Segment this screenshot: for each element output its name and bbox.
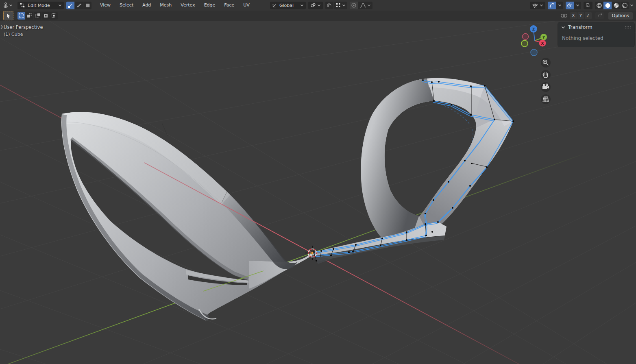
snap-target-icon: [335, 2, 341, 8]
xray-toggle-button[interactable]: [584, 2, 592, 9]
mirror-z-button[interactable]: Z: [585, 12, 592, 19]
xray-icon: [586, 2, 590, 8]
menu-mesh[interactable]: Mesh: [155, 1, 176, 9]
transform-panel-header[interactable]: Transform: [558, 22, 634, 32]
pivot-point-dropdown[interactable]: [308, 2, 323, 9]
chevron-down-icon: [561, 26, 565, 29]
menu-edge[interactable]: Edge: [200, 1, 220, 9]
y-axis-line: [8, 152, 590, 364]
menu-vertex[interactable]: Vertex: [176, 1, 199, 9]
material-shading-button[interactable]: [612, 2, 620, 9]
menu-select[interactable]: Select: [115, 1, 138, 9]
options-button[interactable]: Options: [608, 12, 633, 20]
proportional-edit-group: [350, 2, 372, 9]
snap-magnet-icon: [327, 2, 332, 8]
transform-orientation-dropdown[interactable]: Global: [270, 2, 306, 9]
snap-target-dropdown[interactable]: [334, 2, 347, 9]
pan-button[interactable]: [541, 70, 551, 80]
chevron-down-icon: [300, 4, 304, 7]
chevron-down-icon: [367, 4, 371, 7]
floor-grid: [0, 21, 636, 364]
mirror-butterfly-icon: [560, 13, 568, 19]
shading-dropdown[interactable]: [630, 4, 634, 7]
gizmo-y-label: Y: [542, 35, 545, 39]
snap-toggle-button[interactable]: [325, 2, 333, 9]
gizmo-neg-z-ball[interactable]: [531, 49, 537, 56]
select-invert-button[interactable]: [42, 12, 50, 20]
editor-type-button[interactable]: [2, 2, 13, 9]
header-menus: View Select Add Mesh Vertex Edge Face UV: [96, 1, 254, 9]
menu-face[interactable]: Face: [220, 1, 239, 9]
viewport-3d[interactable]: Z Y X: [0, 21, 636, 364]
proportional-edit-button[interactable]: [350, 2, 358, 9]
tool-settings-bar: X Y Z Options: [0, 11, 636, 21]
transform-panel-title: Transform: [568, 24, 592, 30]
solid-shading-button[interactable]: [603, 2, 612, 9]
gizmo-dropdown[interactable]: [556, 2, 563, 9]
symmetry-snap-icon: [597, 13, 602, 18]
falloff-curve-icon: [360, 2, 366, 8]
chevron-down-icon: [317, 4, 321, 7]
chevron-down-icon: [9, 4, 13, 7]
mirror-y-button[interactable]: Y: [577, 12, 584, 19]
show-overlays-button[interactable]: [566, 2, 574, 9]
gizmo-neg-y-ball[interactable]: [521, 40, 528, 47]
select-set-icon: [19, 13, 24, 18]
vertex-select-button[interactable]: [66, 2, 74, 9]
select-extend-button[interactable]: [26, 12, 33, 20]
orthographic-toggle-button[interactable]: [541, 94, 551, 104]
symmetry-snap-button[interactable]: [595, 12, 604, 19]
select-intersect-button[interactable]: [50, 12, 58, 20]
menu-view[interactable]: View: [96, 1, 115, 9]
overlays-dropdown[interactable]: [574, 2, 581, 9]
camera-view-button[interactable]: [541, 82, 551, 92]
chevron-down-icon: [342, 4, 346, 7]
mode-dropdown[interactable]: Edit Mode: [17, 2, 64, 9]
wireframe-shading-button[interactable]: [595, 2, 603, 9]
falloff-dropdown[interactable]: [358, 2, 372, 9]
rendered-shading-icon: [622, 2, 628, 9]
orientation-label: Global: [279, 3, 294, 8]
mirror-x-button[interactable]: X: [570, 12, 577, 19]
menu-add[interactable]: Add: [138, 1, 155, 9]
region-toggle-arrow[interactable]: ❯: [0, 24, 3, 29]
chevron-down-icon: [58, 4, 62, 7]
menu-uv[interactable]: UV: [239, 1, 254, 9]
edge-select-button[interactable]: [75, 2, 83, 9]
active-tool-button[interactable]: [3, 11, 13, 20]
gizmo-arrow-icon: [549, 2, 555, 8]
viewport-header: Edit Mode View Select Add Mesh Vertex Ed…: [0, 0, 636, 11]
select-subtract-icon: [35, 13, 40, 18]
display-options-group: [530, 2, 634, 9]
rendered-shading-button[interactable]: [621, 2, 629, 9]
shading-group: [595, 2, 629, 9]
object-visibility-dropdown[interactable]: [530, 2, 545, 9]
face-select-button[interactable]: [83, 2, 91, 9]
gizmos-group: [548, 2, 563, 9]
select-invert-icon: [43, 13, 48, 18]
overlays-group: [566, 2, 581, 9]
mesh-left-loop: [61, 112, 313, 321]
select-extend-icon: [27, 13, 32, 18]
select-option-group: [17, 12, 58, 20]
snap-group: [325, 2, 347, 9]
transform-settings-group: Global: [270, 2, 372, 9]
vertex-select-icon: [68, 3, 73, 8]
show-gizmo-button[interactable]: [548, 2, 556, 9]
viewport-canvas[interactable]: Z Y X: [0, 21, 636, 364]
material-shading-icon: [613, 2, 619, 9]
sidebar-transform-panel: Transform Nothing selected: [558, 22, 634, 47]
pivot-point-icon: [310, 2, 316, 8]
tweak-cursor-icon: [6, 13, 11, 19]
wireframe-shading-icon: [596, 2, 602, 9]
zoom-button[interactable]: [541, 58, 551, 68]
gizmo-neg-x-ball[interactable]: [523, 34, 529, 40]
chevron-down-icon: [558, 4, 562, 7]
select-set-button[interactable]: [17, 12, 25, 20]
editor-type-icon: [2, 2, 9, 9]
panel-grip-icon[interactable]: [625, 24, 631, 30]
mesh-right-loop: [361, 78, 513, 238]
navigation-gizmo[interactable]: Z Y X: [521, 25, 547, 56]
edit-mode-icon: [20, 2, 25, 8]
select-subtract-button[interactable]: [34, 12, 41, 20]
